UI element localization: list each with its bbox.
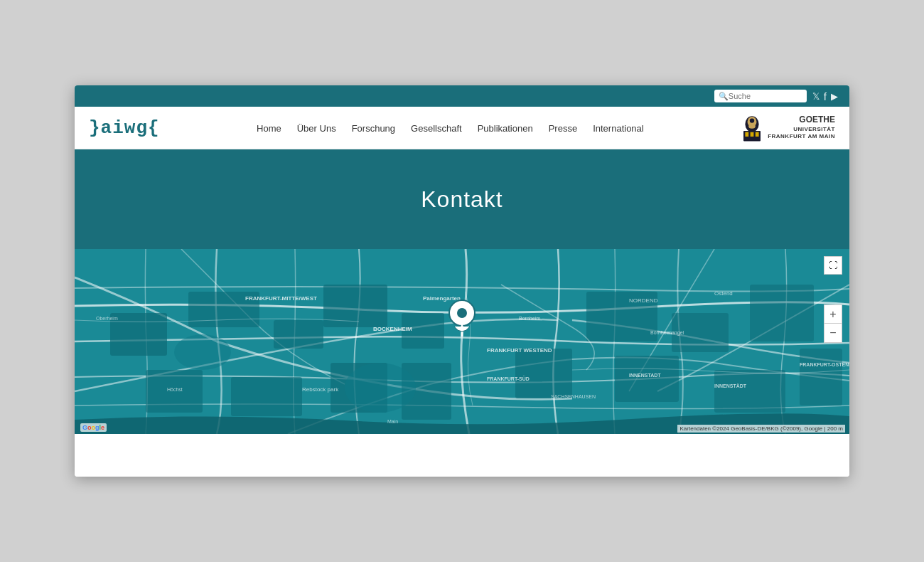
svg-rect-3 xyxy=(756,132,759,136)
nav-presse[interactable]: Presse xyxy=(549,123,577,134)
svg-point-25 xyxy=(345,363,416,413)
svg-rect-21 xyxy=(714,370,785,413)
svg-text:FRANKFURT-SÜD: FRANKFURT-SÜD xyxy=(487,376,530,381)
svg-text:FRANKFURT-OSTEND: FRANKFURT-OSTEND xyxy=(800,362,849,367)
nav-gesellschaft[interactable]: Gesellschaft xyxy=(411,123,462,134)
site-logo[interactable]: }aiwg{ xyxy=(89,117,160,139)
nav-links: Home Über Uns Forschung Gesellschaft Pub… xyxy=(257,122,644,134)
svg-text:INNENSTÄDT: INNENSTÄDT xyxy=(714,383,747,388)
svg-rect-18 xyxy=(231,377,302,416)
nav-forschung[interactable]: Forschung xyxy=(352,123,395,134)
svg-rect-9 xyxy=(110,313,167,356)
svg-text:Main: Main xyxy=(387,419,398,424)
svg-rect-22 xyxy=(800,349,842,405)
map-zoom-in-button[interactable]: + xyxy=(824,305,842,324)
svg-text:Höchst: Höchst xyxy=(167,387,183,392)
svg-point-26 xyxy=(174,334,231,370)
svg-rect-2 xyxy=(751,132,754,136)
svg-text:Rebstock park: Rebstock park xyxy=(302,386,339,393)
svg-rect-1 xyxy=(746,132,749,136)
map-attribution: Kartendaten ©2024 GeoBasis-DE/BKG (©2009… xyxy=(677,425,845,433)
svg-rect-12 xyxy=(323,285,387,327)
svg-text:INNENSTADT: INNENSTADT xyxy=(629,373,661,378)
svg-text:Oberheim: Oberheim xyxy=(96,316,118,321)
map-zoom-control: + − xyxy=(824,304,842,343)
social-icons: 𝕏 f ▶ xyxy=(812,90,838,102)
map-google-logo: Google xyxy=(80,424,107,431)
svg-text:Ostend: Ostend xyxy=(714,290,733,297)
svg-text:BOCKENHEIM: BOCKENHEIM xyxy=(373,326,412,332)
nav-ueber-uns[interactable]: Über Uns xyxy=(297,123,336,134)
hero-section: Kontakt xyxy=(75,149,849,249)
top-bar: 🔍 𝕏 f ▶ xyxy=(75,85,849,107)
browser-window: 🔍 𝕏 f ▶ }aiwg{ Home Über Uns Forschung G… xyxy=(75,85,849,477)
content-area xyxy=(75,434,849,477)
twitter-icon[interactable]: 𝕏 xyxy=(812,91,820,102)
map-svg: FRANKFURT-MITTE/WEST Palmengarten BOCKEN… xyxy=(75,249,849,434)
goethe-uni-icon xyxy=(741,114,763,142)
map-controls: ⛶ + − xyxy=(824,256,842,343)
university-name: GOETHE UNIVERSITÄT FRANKFURT AM MAIN xyxy=(768,115,835,140)
svg-rect-20 xyxy=(615,356,679,402)
svg-rect-11 xyxy=(274,320,323,349)
svg-text:NORDEND: NORDEND xyxy=(629,297,658,304)
youtube-icon[interactable]: ▶ xyxy=(831,91,838,102)
svg-rect-16 xyxy=(750,285,814,341)
nav-bar: }aiwg{ Home Über Uns Forschung Gesellsch… xyxy=(75,107,849,149)
nav-publikationen[interactable]: Publikationen xyxy=(478,123,533,134)
page-title: Kontakt xyxy=(421,186,503,213)
map-section[interactable]: FRANKFURT-MITTE/WEST Palmengarten BOCKEN… xyxy=(75,249,849,434)
svg-text:FRANKFURT WESTEND: FRANKFURT WESTEND xyxy=(487,347,552,354)
facebook-icon[interactable]: f xyxy=(824,90,827,102)
svg-rect-24 xyxy=(515,349,572,398)
nav-home[interactable]: Home xyxy=(257,123,281,134)
svg-text:FRANKFURT-MITTE/WEST: FRANKFURT-MITTE/WEST xyxy=(245,295,317,302)
svg-point-7 xyxy=(748,124,756,128)
svg-text:SACHSENHAUSEN: SACHSENHAUSEN xyxy=(551,394,596,399)
map-fullscreen-button[interactable]: ⛶ xyxy=(824,256,842,275)
map-pin xyxy=(447,299,477,339)
university-logo[interactable]: GOETHE UNIVERSITÄT FRANKFURT AM MAIN xyxy=(741,114,835,142)
svg-text:Bornheim: Bornheim xyxy=(519,316,540,321)
svg-point-45 xyxy=(457,308,467,318)
map-zoom-out-button[interactable]: − xyxy=(824,324,842,342)
nav-international[interactable]: International xyxy=(593,123,644,134)
svg-text:Bornheimangel: Bornheimangel xyxy=(650,330,684,336)
svg-point-6 xyxy=(750,118,754,122)
